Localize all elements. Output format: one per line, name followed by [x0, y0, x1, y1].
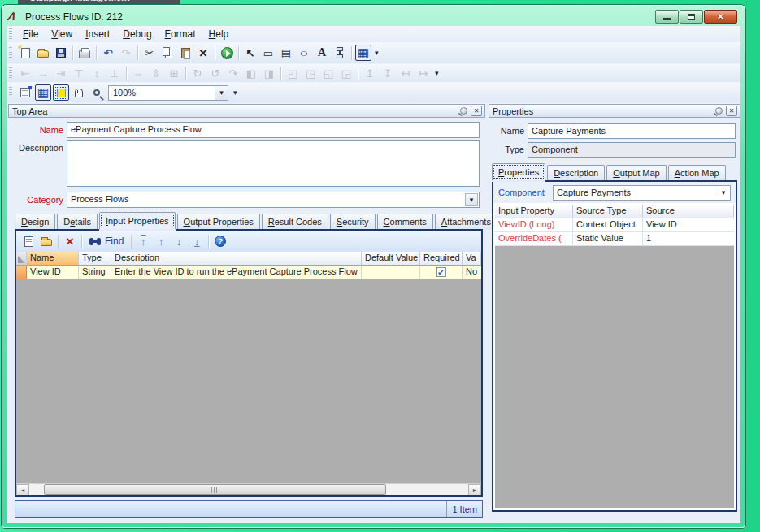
delete-icon[interactable]: ✕ [195, 45, 211, 61]
scrollbar-thumb[interactable] [44, 484, 386, 495]
column-header-input-property[interactable]: Input Property [495, 205, 573, 218]
chevron-down-icon[interactable]: ▾ [717, 186, 730, 200]
menu-insert[interactable]: Insert [79, 27, 116, 41]
mapping-grid: Input PropertySource TypeSource ViewID (… [493, 203, 736, 510]
arrange-dropdown[interactable]: ▾ [432, 69, 441, 77]
scroll-left-arrow[interactable]: ◄ [16, 484, 29, 495]
component-link[interactable]: Component [498, 188, 545, 197]
move-down-icon[interactable]: ↓ [171, 233, 187, 249]
snap-to-grid-icon[interactable] [53, 84, 69, 101]
tab-security[interactable]: Security [330, 214, 376, 230]
menu-file[interactable]: File [16, 27, 45, 41]
pin-icon[interactable] [715, 107, 723, 115]
tab-output-properties[interactable]: Output Properties [177, 214, 260, 230]
move-top-icon: ↑ [141, 236, 146, 248]
open-row-icon[interactable] [38, 233, 54, 249]
open-icon[interactable] [35, 45, 51, 61]
input-properties-content: ✕Find↑↑↓↓ NameTypeDescriptionDefault Val… [15, 229, 483, 497]
description-input[interactable] [67, 140, 480, 187]
prop-tab-action-map[interactable]: Action Map [668, 165, 726, 181]
paste-icon[interactable] [177, 45, 193, 61]
column-header-description[interactable]: Description [111, 252, 362, 266]
column-header-source[interactable]: Source [643, 205, 734, 218]
table-row[interactable]: View IDStringEnter the View ID to run th… [16, 266, 481, 279]
pin-icon[interactable] [460, 107, 467, 115]
find-button[interactable]: Find [85, 233, 128, 249]
toolbar-overflow-dropdown[interactable]: ▾ [231, 89, 240, 97]
scrollbar-track[interactable] [29, 484, 468, 495]
copy-icon[interactable] [159, 45, 176, 61]
component-combo[interactable]: Capture Payments ▾ [553, 185, 731, 201]
column-header-required[interactable]: Required [420, 252, 463, 266]
menu-debug[interactable]: Debug [116, 27, 158, 41]
mapping-row[interactable]: OverrideDates (Static Value1 [495, 232, 734, 246]
close-button[interactable]: ✕ [704, 10, 737, 24]
toolbar-grip[interactable] [9, 67, 12, 80]
move-up-icon[interactable]: ↑ [153, 233, 169, 249]
chevron-down-icon[interactable]: ▾ [465, 193, 478, 206]
tab-input-properties[interactable]: Input Properties [99, 212, 176, 229]
properties-icon[interactable] [17, 84, 33, 101]
toolbar-grip[interactable] [9, 47, 12, 59]
new-document-icon[interactable] [17, 45, 33, 61]
pointer-tool-icon[interactable]: ↖ [242, 45, 258, 61]
column-header-type[interactable]: Type [79, 252, 111, 266]
panel-close-button[interactable]: ✕ [726, 106, 737, 116]
select-all-corner[interactable] [16, 252, 27, 266]
column-header-va[interactable]: Va [463, 252, 481, 266]
properties-panel: Properties ✕ Name Capture Payments Type … [489, 104, 740, 517]
column-header-default-value[interactable]: Default Value [362, 252, 420, 266]
category-combo[interactable]: Process Flows ▾ [67, 192, 480, 208]
pan-icon[interactable] [71, 84, 87, 101]
chevron-down-icon[interactable]: ▾ [215, 86, 228, 100]
transition-tool-icon[interactable] [332, 45, 348, 61]
app-window: Λ Process Flows ID: 212 ✕ FileViewInsert… [2, 5, 745, 528]
toolbar-separator [280, 67, 281, 80]
tab-result-codes[interactable]: Result Codes [262, 214, 328, 230]
prop-tab-output-map[interactable]: Output Map [606, 165, 666, 181]
run-icon[interactable] [219, 45, 235, 61]
rectangle-tool-icon[interactable]: ▭ [260, 45, 276, 61]
zoom-icon[interactable] [89, 84, 105, 101]
restore-button[interactable] [680, 10, 703, 24]
save-icon[interactable] [53, 45, 69, 61]
menu-format[interactable]: Format [159, 27, 202, 41]
new-row-icon[interactable] [20, 233, 37, 249]
binoculars-icon [89, 238, 101, 245]
rotate-icon: ↻ [189, 65, 206, 81]
delete-row-icon[interactable]: ✕ [62, 233, 78, 249]
tab-comments[interactable]: Comments [377, 214, 433, 230]
column-header-name[interactable]: Name [27, 252, 79, 266]
grid-style-dropdown[interactable]: ▾ [372, 49, 381, 57]
move-bottom-icon[interactable]: ↓ [189, 233, 205, 249]
undo-icon[interactable]: ↶ [100, 45, 116, 61]
print-icon[interactable] [76, 45, 93, 61]
grid-toggle-icon[interactable]: ▦ [35, 84, 51, 101]
prop-tab-properties[interactable]: Properties [492, 163, 545, 180]
prop-tab-description[interactable]: Description [547, 165, 605, 181]
menu-help[interactable]: Help [202, 27, 236, 41]
column-header-source-type[interactable]: Source Type [573, 205, 643, 218]
toolbar-grip[interactable] [9, 87, 12, 99]
help-icon[interactable] [212, 233, 228, 249]
banner-tool-icon[interactable]: ▤ [278, 45, 294, 61]
align-right-icon: ⇥ [53, 65, 69, 81]
cut-icon[interactable]: ✂ [141, 45, 158, 61]
required-checkbox[interactable]: ✔ [436, 267, 446, 277]
menubar-grip[interactable] [9, 28, 12, 41]
row-selector[interactable] [16, 266, 27, 279]
move-top-icon[interactable]: ↑ [135, 233, 151, 249]
panel-close-button[interactable]: ✕ [471, 106, 482, 116]
scroll-right-arrow[interactable]: ► [468, 484, 481, 495]
minimize-button[interactable] [655, 10, 679, 24]
name-input[interactable]: ePayment Capture Process Flow [67, 122, 480, 138]
grid-style-icon[interactable]: ▦ [355, 45, 371, 61]
component-name-input[interactable]: Capture Payments [528, 123, 736, 139]
ellipse-tool-icon[interactable]: ○ [296, 45, 312, 61]
menu-view[interactable]: View [45, 27, 79, 41]
tab-design[interactable]: Design [15, 214, 55, 230]
text-tool-icon[interactable]: A [314, 45, 330, 61]
mapping-row[interactable]: ViewID (Long)Context ObjectView ID [495, 218, 734, 232]
zoom-level-combo[interactable]: 100%▾ [108, 85, 228, 101]
tab-details[interactable]: Details [57, 214, 98, 230]
